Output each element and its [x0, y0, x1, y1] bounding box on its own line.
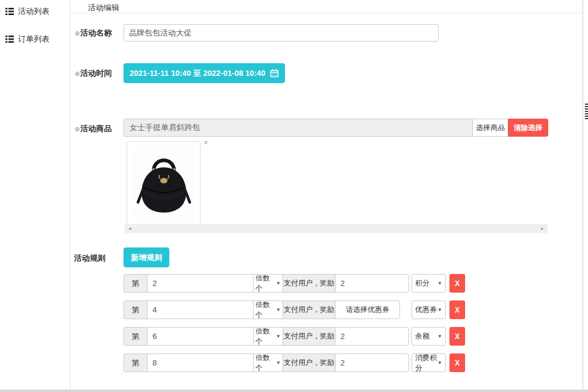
main-panel: 活动编辑 ⊛活动名称 ⊛活动时间 2021-11-11 10:40 至 2022…	[71, 0, 583, 390]
rule-unit-select[interactable]: 倍数个 ▼	[253, 327, 283, 346]
rule-row: 第 倍数个 ▼ 支付用户，奖励 请选择优惠券 优惠券 ▼ X	[124, 300, 465, 319]
chevron-down-icon: ▼	[437, 360, 442, 366]
rule-reward-input[interactable]	[335, 274, 409, 293]
chevron-down-icon: ▼	[437, 334, 442, 339]
rule-prefix-addon: 第	[124, 327, 148, 346]
scroll-right-icon[interactable]: ►	[540, 225, 545, 232]
rule-unit-select[interactable]: 倍数个 ▼	[253, 300, 283, 319]
rule-count-input[interactable]	[147, 300, 254, 319]
vertical-scrollbar-thumb[interactable]	[585, 104, 588, 119]
tab-activity-edit[interactable]: 活动编辑	[88, 2, 119, 13]
sidebar-item-label: 活动列表	[18, 6, 49, 17]
activity-rules-label: 活动规则	[74, 253, 105, 264]
rule-count-input[interactable]	[147, 274, 254, 293]
sidebar-item-order-list[interactable]: 订单列表	[0, 28, 70, 51]
rule-type-select[interactable]: 消费积分 ▼	[411, 353, 446, 372]
rule-prefix-addon: 第	[124, 274, 148, 293]
activity-product-label: ⊛活动商品	[75, 123, 111, 134]
rule-unit-value: 倍数个	[255, 273, 276, 294]
activity-name-input[interactable]	[124, 24, 439, 42]
activity-name-label: ⊛活动名称	[75, 28, 111, 39]
rule-type-value: 优惠券	[415, 305, 437, 315]
select-coupon-button[interactable]: 请选择优惠券	[335, 300, 400, 319]
calendar-icon	[270, 69, 279, 78]
rule-unit-value: 倍数个	[255, 300, 276, 320]
image-list-scrollbar[interactable]: ◄ ►	[125, 224, 548, 233]
remove-image-icon[interactable]: ×	[204, 139, 208, 146]
chevron-down-icon: ▼	[276, 334, 281, 339]
rule-remove-button[interactable]: X	[449, 300, 465, 319]
rule-remove-button[interactable]: X	[449, 353, 465, 372]
product-image-card	[127, 141, 201, 225]
gear-icon: ⊛	[75, 70, 80, 77]
rule-unit-select[interactable]: 倍数个 ▼	[253, 353, 283, 372]
chevron-down-icon: ▼	[437, 281, 442, 286]
list-icon	[5, 36, 14, 43]
horizontal-window-scrollbar[interactable]	[0, 390, 588, 392]
rule-prefix-addon: 第	[124, 300, 148, 319]
rule-middle-addon: 支付用户，奖励	[283, 300, 336, 319]
rule-type-value: 余额	[415, 331, 430, 341]
chevron-down-icon: ▼	[437, 307, 442, 313]
rule-count-input[interactable]	[147, 353, 254, 372]
clear-selection-button[interactable]: 清除选择	[508, 119, 548, 137]
sidebar-item-activity-list[interactable]: 活动列表	[0, 0, 70, 23]
page: 活动列表 订单列表 活动编辑 ⊛活动名称 ⊛活动时间	[0, 0, 588, 392]
add-rule-button[interactable]: 新增规则	[124, 247, 169, 267]
rule-row: 第 倍数个 ▼ 支付用户，奖励 积分 ▼ X	[124, 274, 465, 293]
chevron-down-icon: ▼	[276, 307, 281, 313]
rule-row: 第 倍数个 ▼ 支付用户，奖励 余额 ▼ X	[124, 327, 465, 346]
rule-reward-input[interactable]	[335, 327, 409, 346]
gear-icon: ⊛	[75, 30, 80, 37]
rule-middle-addon: 支付用户，奖励	[283, 274, 336, 293]
rule-row: 第 倍数个 ▼ 支付用户，奖励 消费积分 ▼ X	[124, 353, 465, 372]
activity-time-label: ⊛活动时间	[75, 68, 111, 79]
rule-type-value: 消费积分	[415, 353, 437, 373]
rule-count-input[interactable]	[147, 327, 254, 346]
rule-prefix-addon: 第	[124, 353, 148, 372]
rule-type-select[interactable]: 积分 ▼	[411, 274, 446, 293]
chevron-down-icon: ▼	[276, 360, 281, 366]
rule-unit-value: 倍数个	[255, 326, 276, 347]
sidebar-item-label: 订单列表	[18, 34, 49, 45]
select-product-button[interactable]: 选择商品	[472, 119, 508, 137]
rule-middle-addon: 支付用户，奖励	[283, 353, 336, 372]
rule-type-select[interactable]: 优惠券 ▼	[411, 300, 446, 319]
rule-type-select[interactable]: 余额 ▼	[411, 327, 446, 346]
rule-type-value: 积分	[415, 278, 430, 288]
scroll-left-icon[interactable]: ◄	[128, 225, 132, 232]
product-name-input[interactable]	[124, 119, 473, 137]
rule-middle-addon: 支付用户，奖励	[283, 327, 336, 346]
gear-icon: ⊛	[75, 126, 80, 132]
sidebar: 活动列表 订单列表	[0, 0, 70, 390]
list-icon	[5, 8, 14, 15]
handbag-product-image	[134, 145, 194, 222]
rule-reward-input[interactable]	[335, 353, 409, 372]
rule-unit-value: 倍数个	[255, 353, 276, 373]
tab-bar: 活动编辑	[71, 0, 583, 13]
rule-unit-select[interactable]: 倍数个 ▼	[253, 274, 283, 293]
product-input-group: 选择商品 清除选择	[124, 119, 548, 137]
chevron-down-icon: ▼	[276, 281, 281, 286]
rule-remove-button[interactable]: X	[449, 327, 465, 346]
rule-remove-button[interactable]: X	[449, 274, 465, 293]
date-range-picker-button[interactable]: 2021-11-11 10:40 至 2022-01-08 10:40	[124, 63, 285, 83]
date-range-value: 2021-11-11 10:40 至 2022-01-08 10:40	[130, 68, 266, 79]
